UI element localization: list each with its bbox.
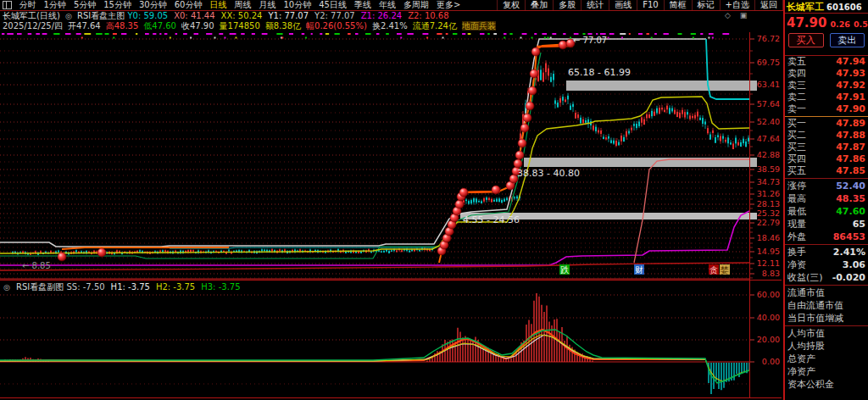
sub-indicator-circle-icon[interactable]: ◎ (3, 283, 10, 292)
tab-月线[interactable]: 月线 (255, 0, 280, 10)
tab-10分钟[interactable]: 10分钟 (280, 0, 315, 10)
tab-分时[interactable]: 分时 (15, 0, 40, 10)
ask-level-row[interactable]: 卖三47.92 (785, 80, 868, 92)
stat-row-label: 现量 (787, 219, 806, 231)
stat-row: 换手2.41% (785, 246, 868, 258)
chart-annotation: 4.55 - 24.56 (463, 214, 520, 225)
main-axis-label: 22.79 (757, 218, 780, 227)
stat-row: 收益(三)-0.020 (785, 271, 868, 284)
toolbar-button-叠加[interactable]: 叠加 (525, 0, 553, 10)
toolbar-button-统计[interactable]: 统计 (581, 0, 609, 10)
tab-30分钟[interactable]: 30分钟 (135, 0, 170, 10)
bid-level-row[interactable]: 买一47.89 (785, 118, 868, 130)
tab-年线[interactable]: 年线 (375, 0, 399, 10)
price-range-band (566, 81, 757, 91)
stat-row: 现量65 (785, 218, 868, 231)
ohlc-item: 额8.38亿 (265, 21, 301, 31)
toolbar-button-返回[interactable]: 返回 (754, 0, 783, 10)
buy-button[interactable]: 买入 (788, 33, 824, 47)
stat-row-value: 3.06 (843, 259, 865, 271)
bid-level-row-value: 47.86 (836, 153, 865, 165)
sub-indicator-params: SS: -7.50H1: -3.75H2: -3.75H3: -3.75 (66, 282, 246, 292)
param-X0: X0: 41.44 (174, 11, 214, 20)
toolbar-button-简框[interactable]: 简框 (664, 0, 692, 10)
tab-季线[interactable]: 季线 (350, 0, 375, 10)
bid-level-row[interactable]: 买五47.85 (785, 165, 868, 177)
ohlc-item: 量174850 (220, 21, 260, 31)
toolbar-button-画线[interactable]: 画线 (609, 0, 637, 10)
ask-level-row-value: 47.94 (836, 56, 865, 68)
price-change-pct: 0.55 (854, 19, 868, 29)
ohlc-item: 开47.64 (68, 21, 101, 31)
stat-row-label: 自由流通市值 (787, 300, 843, 312)
ask-level-row-value: 47.91 (836, 92, 865, 103)
main-chart-canvas[interactable]: 76.7269.7563.4157.6452.4047.6442.8838.59… (0, 32, 783, 398)
stat-row: 净资3.06 (785, 258, 868, 271)
stat-row-value: 52.40 (836, 181, 865, 192)
ask-level-row[interactable]: 卖二47.91 (785, 92, 868, 103)
ask-level-row[interactable]: 卖五47.94 (785, 56, 868, 68)
main-axis-label: 76.72 (757, 34, 780, 43)
main-axis-label: 28.13 (757, 199, 780, 208)
bid-level-row[interactable]: 买二47.88 (785, 130, 868, 142)
pane-control-icons[interactable]: ◇ ▣ (725, 11, 750, 19)
tab-周线[interactable]: 周线 (231, 0, 255, 10)
tab-更多>[interactable]: 更多> (432, 0, 464, 10)
ohlc-item: 地面兵装 (462, 21, 496, 31)
main-axis-label: 57.64 (757, 99, 780, 108)
ohlc-item: 收47.90 (181, 21, 214, 31)
ohlc-item: 低47.60 (143, 21, 176, 31)
stat-row: 流通市值 (785, 286, 868, 299)
quote-header: 长城军工 601606 (785, 0, 868, 14)
ask-level-row[interactable]: 卖一47.90 (785, 103, 868, 115)
ask-level-row[interactable]: 卖四47.93 (785, 68, 868, 80)
sell-button[interactable]: 卖出 (830, 33, 865, 47)
main-axis-label: 31.26 (757, 189, 780, 198)
chart-annotation: ← 77.07 (573, 36, 607, 45)
indicator-info-bar: 长城军工(日线) ◎ RSI看盘主图 Y0: 59.05X0: 41.44XX:… (3, 11, 747, 21)
ask-levels: 卖五47.94卖四47.93卖三47.92卖二47.91卖一47.90 (785, 56, 868, 115)
main-axis-label: 63.41 (757, 80, 780, 89)
main-axis-label: 42.88 (757, 150, 780, 159)
ohlc-item: 换2.41% (372, 21, 408, 31)
tab-60分钟[interactable]: 60分钟 (170, 0, 206, 10)
toolbar-button-复权[interactable]: 复权 (497, 0, 525, 10)
stat-row-label: 最高 (787, 193, 806, 205)
toolbar-button-F10[interactable]: F10 (637, 0, 663, 10)
stat-row-value: -0.020 (832, 272, 865, 284)
main-axis-label: 18.46 (757, 233, 780, 242)
ask-level-row-value: 47.92 (836, 80, 865, 92)
main-axis-label: 25.32 (757, 208, 780, 218)
param-H2: H2: -3.75 (156, 282, 195, 292)
tab-15分钟[interactable]: 15分钟 (100, 0, 136, 10)
bid-level-row-value: 47.85 (836, 165, 865, 177)
main-axis-label: 14.95 (757, 247, 780, 256)
layout-icon[interactable] (3, 1, 12, 9)
tab-1分钟[interactable]: 1分钟 (40, 0, 70, 10)
stock-code: 601606 (826, 3, 862, 12)
stat-row: 自由流通市值 (785, 299, 868, 312)
param-Z1: Z1: 26.24 (361, 11, 402, 20)
stat-row-label: 净资产 (787, 366, 815, 378)
bid-level-row[interactable]: 买四47.86 (785, 153, 868, 165)
bid-level-row[interactable]: 买三47.87 (785, 142, 868, 153)
sub-histogram (5, 293, 749, 394)
tab-5分钟[interactable]: 5分钟 (70, 0, 99, 10)
tab-多周期[interactable]: 多周期 (399, 0, 432, 10)
bid-level-row-value: 47.89 (836, 118, 865, 130)
indicator-circle-icon[interactable]: ◎ (65, 12, 72, 20)
toolbar-button-+自选[interactable]: +自选 (720, 0, 754, 10)
stat-row: 人均市值 (785, 327, 868, 340)
tab-日线[interactable]: 日线 (206, 0, 231, 10)
ask-level-row-label: 卖四 (787, 68, 806, 80)
toolbar-button-标记[interactable]: 标记 (692, 0, 720, 10)
toolbar-buttons: 复权叠加多股统计画线F10简框标记+自选返回 (497, 0, 783, 10)
mid-price-divider (785, 116, 868, 117)
toolbar-button-多股[interactable]: 多股 (553, 0, 581, 10)
tab-45日线[interactable]: 45日线 (315, 0, 351, 10)
ball-stair (439, 44, 570, 263)
ask-level-row-value: 47.90 (836, 103, 865, 115)
main-axis-label: 52.40 (757, 117, 780, 126)
sub-axis-label: 40.00 (757, 313, 780, 322)
main-axis-label: 47.64 (757, 134, 780, 143)
